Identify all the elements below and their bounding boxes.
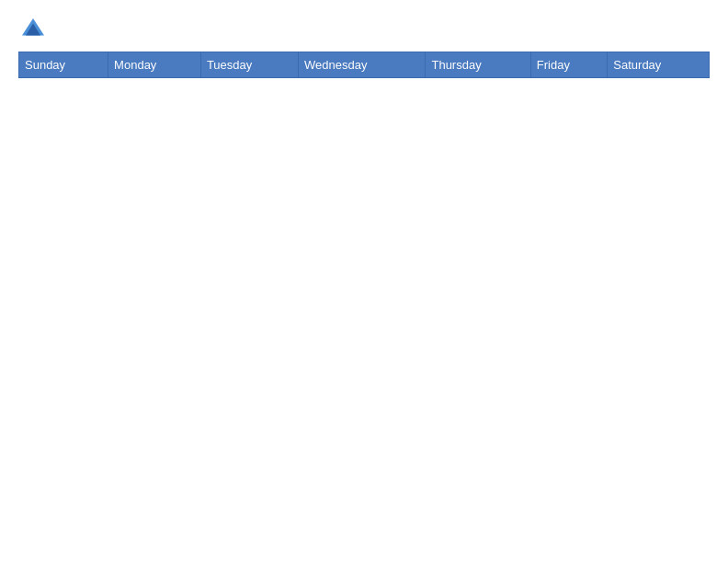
- calendar-header-row: SundayMondayTuesdayWednesdayThursdayFrid…: [19, 52, 710, 78]
- logo-icon: [18, 15, 48, 44]
- calendar-header-wednesday: Wednesday: [298, 52, 425, 78]
- page-header: [18, 15, 710, 44]
- calendar-header-monday: Monday: [108, 52, 201, 78]
- calendar-header-friday: Friday: [530, 52, 608, 78]
- calendar-header-saturday: Saturday: [608, 52, 710, 78]
- logo: [18, 15, 51, 44]
- calendar-header-tuesday: Tuesday: [200, 52, 298, 78]
- calendar-header-sunday: Sunday: [19, 52, 108, 78]
- calendar-table: SundayMondayTuesdayWednesdayThursdayFrid…: [18, 52, 710, 78]
- calendar-header-thursday: Thursday: [426, 52, 530, 78]
